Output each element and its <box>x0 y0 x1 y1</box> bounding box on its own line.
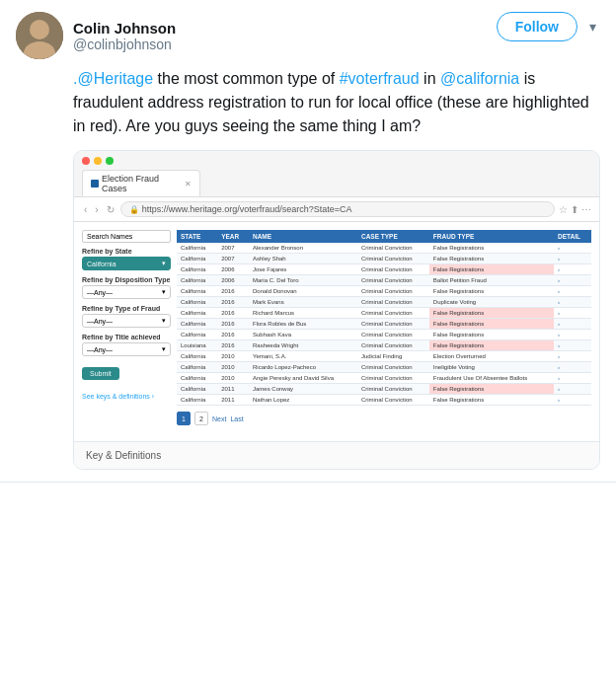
maximize-dot[interactable] <box>106 157 114 165</box>
disposition-select-chevron-icon: ▾ <box>162 288 166 296</box>
cell-state: California <box>177 351 217 362</box>
table-row: California 2016 Subhash Kava Criminal Co… <box>177 330 591 340</box>
text-part-1: the most common type of <box>153 70 340 87</box>
cell-detail[interactable]: › <box>554 254 591 264</box>
cell-case-type: Judicial Finding <box>357 351 429 362</box>
cell-state: California <box>177 395 217 406</box>
back-button[interactable]: ‹ <box>82 204 89 215</box>
title-select[interactable]: —Any— ▾ <box>82 342 171 356</box>
cell-detail[interactable]: › <box>554 340 591 351</box>
last-link[interactable]: Last <box>230 415 243 422</box>
browser-tab[interactable]: Election Fraud Cases ✕ <box>82 170 200 196</box>
cell-detail[interactable]: › <box>554 319 591 330</box>
filter-title: Refine by Title achieved —Any— ▾ <box>82 334 171 356</box>
cell-state: California <box>177 384 217 395</box>
cell-state: California <box>177 243 217 254</box>
table-row: California 2016 Mark Evans Criminal Conv… <box>177 297 591 308</box>
cell-detail[interactable]: › <box>554 275 591 286</box>
table-row: California 2007 Alexander Bronson Crimin… <box>177 243 591 254</box>
cell-name: Yemani, S.A. <box>249 351 357 362</box>
filter-disposition-label: Refine by Disposition Type <box>82 276 171 283</box>
forward-button[interactable]: › <box>93 204 100 215</box>
cell-fraud-type: False Registrations <box>429 243 554 254</box>
cell-detail[interactable]: › <box>554 308 591 319</box>
table-row: California 2010 Ricardo Lopez-Pacheco Cr… <box>177 362 591 373</box>
tab-close-icon[interactable]: ✕ <box>185 180 192 188</box>
cell-detail[interactable]: › <box>554 373 591 384</box>
username[interactable]: @colinbjohnson <box>73 37 176 52</box>
cell-detail[interactable]: › <box>554 243 591 254</box>
state-select[interactable]: California ▾ <box>82 257 171 270</box>
cell-detail[interactable]: › <box>554 395 591 406</box>
filter-state-label: Refine by State <box>82 248 171 255</box>
mention-heritage[interactable]: .@Heritage <box>73 70 153 87</box>
page-2-button[interactable]: 2 <box>194 412 208 425</box>
cell-name: Subhash Kava <box>249 330 357 340</box>
cell-year: 2007 <box>217 254 249 264</box>
title-select-value: —Any— <box>87 346 113 353</box>
browser-toolbar: ‹ › ↻ 🔒 https://www.heritage.org/voterfr… <box>74 197 599 222</box>
avatar[interactable] <box>16 12 63 59</box>
cell-year: 2006 <box>217 275 249 286</box>
cell-case-type: Criminal Conviction <box>357 319 429 330</box>
disposition-select[interactable]: —Any— ▾ <box>82 285 171 299</box>
cell-case-type: Criminal Conviction <box>357 384 429 395</box>
browser-dots <box>82 157 591 165</box>
user-info: Colin Johnson @colinbjohnson <box>73 20 176 52</box>
text-part-2: in <box>420 70 440 87</box>
cell-year: 2006 <box>217 264 249 275</box>
cell-detail[interactable]: › <box>554 384 591 395</box>
tweet-header: Colin Johnson @colinbjohnson Follow ▾ <box>16 12 600 59</box>
table-row: California 2010 Yemani, S.A. Judicial Fi… <box>177 351 591 362</box>
col-fraud-type: FRAUD TYPE <box>429 230 554 243</box>
table-row: California 2016 Donald Donovan Criminal … <box>177 286 591 297</box>
minimize-dot[interactable] <box>94 157 102 165</box>
cell-year: 2007 <box>217 243 249 254</box>
table-header-row: STATE YEAR NAME CASE TYPE FRAUD TYPE DET… <box>177 230 591 243</box>
cell-state: California <box>177 308 217 319</box>
hashtag-voterfraud[interactable]: #voterfraud <box>340 70 420 87</box>
see-more-link[interactable]: See keys & definitions › <box>82 393 154 400</box>
page-1-button[interactable]: 1 <box>177 412 191 425</box>
close-dot[interactable] <box>82 157 90 165</box>
cell-detail[interactable]: › <box>554 286 591 297</box>
fraud-type-select-value: —Any— <box>87 318 113 325</box>
cell-detail[interactable]: › <box>554 297 591 308</box>
chevron-down-icon[interactable]: ▾ <box>585 15 600 38</box>
browser-chrome: Election Fraud Cases ✕ <box>74 151 599 197</box>
cell-name: James Conway <box>249 384 357 395</box>
cell-fraud-type: False Registrations <box>429 330 554 340</box>
cell-state: Louisiana <box>177 340 217 351</box>
cell-name: Angie Peresky and David Silva <box>249 373 357 384</box>
cell-fraud-type: False Registrations <box>429 395 554 406</box>
search-names-box[interactable]: Search Names <box>82 230 171 243</box>
cell-detail[interactable]: › <box>554 264 591 275</box>
cell-detail[interactable]: › <box>554 351 591 362</box>
cell-case-type: Criminal Conviction <box>357 243 429 254</box>
follow-button[interactable]: Follow <box>497 12 578 41</box>
share-icon[interactable]: ⬆ <box>571 204 578 215</box>
cell-fraud-type: Duplicate Voting <box>429 297 554 308</box>
submit-button[interactable]: Submit <box>82 367 119 380</box>
cell-case-type: Criminal Conviction <box>357 297 429 308</box>
display-name[interactable]: Colin Johnson <box>73 20 176 37</box>
state-select-chevron-icon: ▾ <box>162 260 166 267</box>
table-row: California 2006 Jose Fajares Criminal Co… <box>177 264 591 275</box>
table-row: California 2007 Ashley Shah Criminal Con… <box>177 254 591 264</box>
tweet-header-right: Follow ▾ <box>497 12 600 41</box>
cell-year: 2016 <box>217 340 249 351</box>
address-bar[interactable]: 🔒 https://www.heritage.org/voterfraud/se… <box>120 201 555 217</box>
star-icon[interactable]: ☆ <box>559 204 568 215</box>
cell-case-type: Criminal Conviction <box>357 340 429 351</box>
more-icon[interactable]: ⋯ <box>581 204 591 215</box>
state-select-value: California <box>87 261 116 267</box>
cell-fraud-type: False Registrations <box>429 286 554 297</box>
cell-fraud-type-highlighted: False Registrations <box>429 340 554 351</box>
mention-california[interactable]: @california <box>440 70 519 87</box>
cell-detail[interactable]: › <box>554 330 591 340</box>
next-link[interactable]: Next <box>212 415 226 422</box>
cell-year: 2010 <box>217 351 249 362</box>
cell-detail[interactable]: › <box>554 362 591 373</box>
refresh-button[interactable]: ↻ <box>105 204 116 215</box>
fraud-type-select[interactable]: —Any— ▾ <box>82 314 171 328</box>
